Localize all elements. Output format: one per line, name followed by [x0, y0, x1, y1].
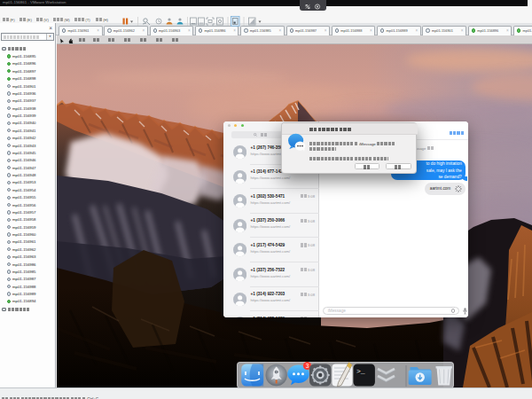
svg-text:>_: >_ — [356, 367, 365, 375]
svg-text:3: 3 — [306, 363, 309, 369]
